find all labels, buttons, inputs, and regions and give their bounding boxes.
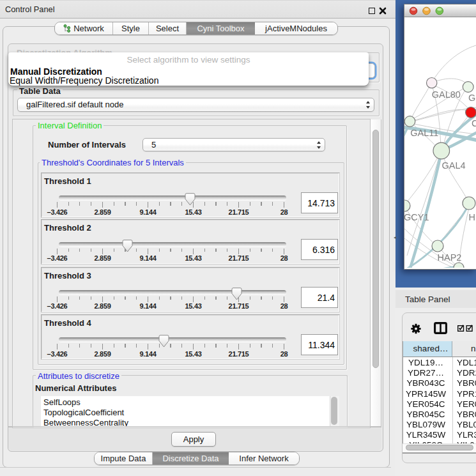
svg-text:C: C xyxy=(472,118,476,128)
svg-text:H: H xyxy=(469,212,475,222)
svg-text:GAL80: GAL80 xyxy=(432,89,461,100)
svg-text:G.: G. xyxy=(468,93,476,103)
svg-text:GAL4: GAL4 xyxy=(442,160,466,171)
svg-text:GAL11: GAL11 xyxy=(410,128,438,138)
svg-text:HAP2: HAP2 xyxy=(438,252,462,263)
svg-text:GCY1: GCY1 xyxy=(404,212,429,222)
